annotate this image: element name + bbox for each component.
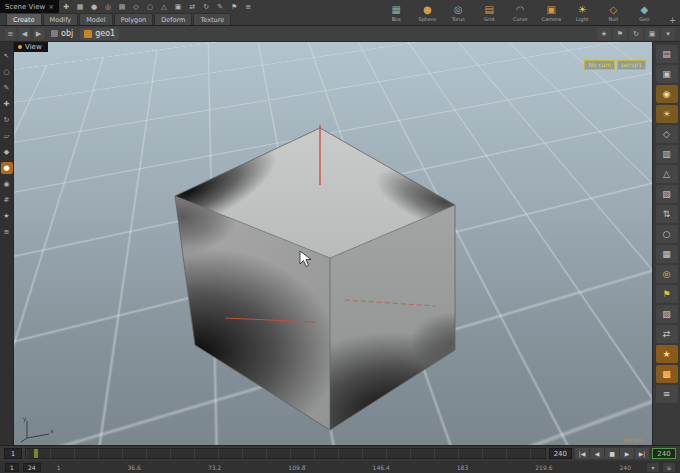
display-toggle-button[interactable]: ○ bbox=[656, 225, 678, 243]
viewport-tool-button[interactable]: ✎ bbox=[1, 82, 13, 94]
pathbar-action-button[interactable]: ▾ bbox=[661, 28, 675, 40]
frame-end-field[interactable]: 240 bbox=[549, 448, 572, 459]
playbar-options-button[interactable]: ▾ bbox=[647, 463, 659, 472]
timeline[interactable] bbox=[25, 448, 546, 459]
display-toggle-button[interactable]: ▣ bbox=[656, 65, 678, 83]
transport-button[interactable]: ◀ bbox=[590, 448, 604, 459]
viewport-tool-button[interactable]: ✚ bbox=[1, 98, 13, 110]
pane-menu-button[interactable]: ≡ bbox=[5, 28, 16, 40]
shelf-mini-icon[interactable]: ◇ bbox=[129, 1, 143, 13]
transport-button[interactable]: ■ bbox=[605, 448, 619, 459]
display-toggle-button[interactable]: ⇄ bbox=[656, 325, 678, 343]
shelf-tab[interactable]: Polygon bbox=[114, 13, 154, 25]
display-toggle-button[interactable]: ▧ bbox=[656, 185, 678, 203]
add-shelf-tab-button[interactable]: + bbox=[665, 16, 680, 25]
frame-start-field[interactable]: 1 bbox=[4, 448, 22, 459]
tick-label: 109.8 bbox=[288, 464, 305, 471]
breadcrumb-node[interactable]: geo1 bbox=[80, 28, 119, 40]
display-toggle-button[interactable]: ⚑ bbox=[656, 285, 678, 303]
shelf-mini-icon[interactable]: ⚑ bbox=[227, 1, 241, 13]
shelf-mini-icon[interactable]: ✚ bbox=[59, 1, 73, 13]
camera-badge[interactable]: No cam bbox=[584, 60, 615, 70]
display-toggle-button[interactable]: △ bbox=[656, 165, 678, 183]
display-toggle-button[interactable]: ▦ bbox=[656, 245, 678, 263]
range-start-field[interactable]: 1 bbox=[5, 463, 19, 472]
breadcrumb-root[interactable]: obj bbox=[47, 28, 77, 40]
shelf-mini-icon[interactable]: ○ bbox=[143, 1, 157, 13]
scene-viewport[interactable]: View No cam persp1 persp1 y x bbox=[14, 42, 652, 445]
breadcrumb-root-label: obj bbox=[61, 29, 73, 38]
playbar-menu-button[interactable]: ≡ bbox=[663, 463, 675, 472]
view-name-badge[interactable]: persp1 bbox=[617, 60, 646, 70]
display-toggle-button[interactable]: ★ bbox=[656, 345, 678, 363]
shelf-mini-icon[interactable]: ⇄ bbox=[185, 1, 199, 13]
shelf-tool-button[interactable]: ▣ Camera bbox=[536, 1, 566, 25]
shelf-tab[interactable]: Modify bbox=[43, 13, 79, 25]
shelf-mini-icon[interactable]: ▤ bbox=[115, 1, 129, 13]
shelf-tool-button[interactable]: ▦ Box bbox=[381, 1, 411, 25]
forward-button[interactable]: ▶ bbox=[33, 28, 44, 40]
tick-label: 240 bbox=[620, 464, 631, 471]
viewport-tool-button[interactable]: ▱ bbox=[1, 130, 13, 142]
display-toggle-button[interactable]: ▥ bbox=[656, 145, 678, 163]
display-toggle-button[interactable]: ▩ bbox=[656, 365, 678, 383]
display-toggle-button[interactable]: ◇ bbox=[656, 125, 678, 143]
shelf-tool-button[interactable]: ● Sphere bbox=[412, 1, 442, 25]
shelf-mini-icon[interactable]: ▣ bbox=[171, 1, 185, 13]
viewport-pane-tab[interactable]: View bbox=[14, 42, 48, 52]
shelf-mini-icon[interactable]: ▦ bbox=[73, 1, 87, 13]
viewport-tool-button[interactable]: ↖ bbox=[1, 50, 13, 62]
fps-field[interactable]: 24 bbox=[23, 463, 41, 472]
viewport-tool-button[interactable]: ● bbox=[1, 162, 13, 174]
pane-dot-icon bbox=[18, 45, 22, 49]
display-toggle-button[interactable]: ◉ bbox=[656, 85, 678, 103]
tick-label: 146.4 bbox=[373, 464, 390, 471]
viewport-canvas[interactable] bbox=[14, 42, 652, 445]
shelf-mini-icon[interactable]: △ bbox=[157, 1, 171, 13]
shelf-tool-button[interactable]: ☀ Light bbox=[567, 1, 597, 25]
viewport-tool-button[interactable]: ★ bbox=[1, 210, 13, 222]
shelf-tool-button[interactable]: ◠ Curve bbox=[505, 1, 535, 25]
viewport-tool-button[interactable]: ↻ bbox=[1, 114, 13, 126]
transport-button[interactable]: ▶| bbox=[635, 448, 649, 459]
pathbar-action-button[interactable]: ★ bbox=[597, 28, 611, 40]
display-toggle-button[interactable]: ◎ bbox=[656, 265, 678, 283]
tool-icon: ◠ bbox=[516, 4, 525, 16]
shelf-tab[interactable]: Deform bbox=[154, 13, 192, 25]
shelf-mini-icon[interactable]: ◎ bbox=[101, 1, 115, 13]
back-button[interactable]: ◀ bbox=[19, 28, 30, 40]
transport-button[interactable]: |◀ bbox=[575, 448, 589, 459]
pathbar-action-button[interactable]: ⚑ bbox=[613, 28, 627, 40]
shelf-tool-button[interactable]: ◆ Geo bbox=[629, 1, 659, 25]
shelf-tab[interactable]: Model bbox=[79, 13, 113, 25]
shelf-tool-button[interactable]: ◎ Torus bbox=[443, 1, 473, 25]
shelf-mini-icon[interactable]: ↻ bbox=[199, 1, 213, 13]
pathbar-action-button[interactable]: ▣ bbox=[645, 28, 659, 40]
shelf-mini-icon[interactable]: ● bbox=[87, 1, 101, 13]
shelf-tab[interactable]: Texture bbox=[193, 13, 231, 25]
playhead[interactable] bbox=[34, 449, 38, 458]
shelf-tab[interactable]: Create bbox=[6, 13, 42, 25]
display-toggle-button[interactable]: ▤ bbox=[656, 45, 678, 63]
viewport-tool-button[interactable]: ○ bbox=[1, 66, 13, 78]
pane-tab-label: Scene View bbox=[5, 3, 45, 11]
display-toggle-button[interactable]: ▨ bbox=[656, 305, 678, 323]
shelf-mini-icon[interactable]: ✎ bbox=[213, 1, 227, 13]
viewport-tool-button[interactable]: ◉ bbox=[1, 178, 13, 190]
close-icon[interactable]: × bbox=[48, 3, 54, 11]
transport-button[interactable]: ▶ bbox=[620, 448, 634, 459]
viewport-tool-button[interactable]: ◆ bbox=[1, 146, 13, 158]
pathbar-action-button[interactable]: ↻ bbox=[629, 28, 643, 40]
breadcrumb-node-label: geo1 bbox=[95, 29, 115, 38]
display-toggle-button[interactable]: ⇅ bbox=[656, 205, 678, 223]
viewport-tool-button[interactable]: # bbox=[1, 194, 13, 206]
display-toggle-button[interactable]: ☀ bbox=[656, 105, 678, 123]
shelf-tool-button[interactable]: ◇ Null bbox=[598, 1, 628, 25]
display-toggle-button[interactable]: ≡ bbox=[656, 385, 678, 403]
viewport-tool-button[interactable]: ≡ bbox=[1, 226, 13, 238]
pane-tab-scene-view[interactable]: Scene View × bbox=[0, 0, 59, 13]
current-frame-field[interactable]: 240 bbox=[652, 448, 676, 459]
shelf-tool-button[interactable]: ▤ Grid bbox=[474, 1, 504, 25]
shelf-mini-icon[interactable]: ≡ bbox=[241, 1, 255, 13]
tick-label: 36.6 bbox=[128, 464, 141, 471]
